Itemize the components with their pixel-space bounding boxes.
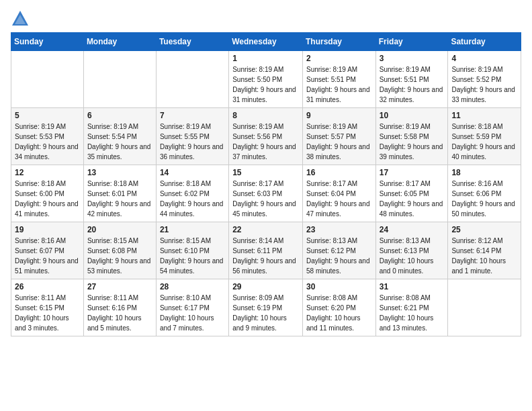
calendar-cell: 30 Sunrise: 8:08 AM Sunset: 6:20 PM Dayl… (302, 279, 375, 336)
sunrise-label: Sunrise: 8:15 AM (87, 237, 138, 244)
sunrise-label: Sunrise: 8:10 AM (160, 294, 211, 302)
sunrise-label: Sunrise: 8:19 AM (15, 123, 66, 130)
sunrise-label: Sunrise: 8:19 AM (451, 66, 502, 73)
day-number: 8 (232, 111, 299, 120)
sunset-label: Sunset: 5:58 PM (380, 133, 429, 140)
sunset-label: Sunset: 6:07 PM (15, 247, 64, 255)
calendar-cell: 6 Sunrise: 8:19 AM Sunset: 5:54 PM Dayli… (83, 108, 156, 165)
day-info: Sunrise: 8:11 AM Sunset: 6:15 PM Dayligh… (15, 293, 80, 333)
sunrise-label: Sunrise: 8:19 AM (306, 66, 357, 73)
calendar-cell: 26 Sunrise: 8:11 AM Sunset: 6:15 PM Dayl… (11, 279, 84, 336)
day-number: 22 (232, 225, 299, 234)
day-number: 5 (15, 111, 80, 120)
daylight-label: Daylight: 9 hours and 42 minutes. (87, 200, 151, 218)
daylight-label: Daylight: 9 hours and 35 minutes. (87, 143, 151, 161)
sunrise-label: Sunrise: 8:17 AM (380, 180, 431, 187)
weekday-header-sunday: Sunday (11, 33, 84, 51)
day-info: Sunrise: 8:19 AM Sunset: 5:58 PM Dayligh… (380, 122, 445, 162)
sunset-label: Sunset: 5:54 PM (87, 133, 137, 140)
day-info: Sunrise: 8:19 AM Sunset: 5:50 PM Dayligh… (232, 64, 299, 105)
sunrise-label: Sunrise: 8:08 AM (380, 294, 431, 302)
sunset-label: Sunset: 5:55 PM (160, 133, 210, 140)
daylight-label: Daylight: 9 hours and 37 minutes. (232, 143, 296, 161)
day-info: Sunrise: 8:19 AM Sunset: 5:53 PM Dayligh… (15, 122, 80, 162)
calendar-cell: 10 Sunrise: 8:19 AM Sunset: 5:58 PM Dayl… (375, 108, 448, 165)
sunset-label: Sunset: 6:11 PM (232, 247, 282, 255)
day-info: Sunrise: 8:18 AM Sunset: 6:00 PM Dayligh… (15, 179, 80, 219)
day-number: 29 (232, 282, 299, 291)
sunset-label: Sunset: 5:52 PM (451, 76, 501, 83)
calendar-cell: 1 Sunrise: 8:19 AM Sunset: 5:50 PM Dayli… (229, 51, 303, 108)
daylight-label: Daylight: 9 hours and 56 minutes. (232, 257, 296, 275)
calendar-cell: 12 Sunrise: 8:18 AM Sunset: 6:00 PM Dayl… (11, 165, 84, 222)
weekday-header-wednesday: Wednesday (229, 33, 303, 51)
calendar-week-row: 12 Sunrise: 8:18 AM Sunset: 6:00 PM Dayl… (11, 165, 521, 222)
sunset-label: Sunset: 6:14 PM (451, 247, 501, 255)
day-number: 12 (15, 168, 80, 177)
calendar-cell: 13 Sunrise: 8:18 AM Sunset: 6:01 PM Dayl… (83, 165, 156, 222)
daylight-label: Daylight: 9 hours and 40 minutes. (451, 143, 515, 161)
calendar-cell: 23 Sunrise: 8:13 AM Sunset: 6:12 PM Dayl… (302, 222, 375, 279)
day-info: Sunrise: 8:19 AM Sunset: 5:54 PM Dayligh… (87, 122, 152, 162)
day-number: 14 (160, 168, 225, 177)
day-number: 21 (160, 225, 225, 234)
calendar-week-row: 1 Sunrise: 8:19 AM Sunset: 5:50 PM Dayli… (11, 51, 521, 108)
day-info: Sunrise: 8:19 AM Sunset: 5:56 PM Dayligh… (232, 122, 299, 162)
calendar-cell: 24 Sunrise: 8:13 AM Sunset: 6:13 PM Dayl… (375, 222, 448, 279)
day-info: Sunrise: 8:13 AM Sunset: 6:13 PM Dayligh… (380, 236, 445, 276)
sunset-label: Sunset: 6:17 PM (160, 304, 210, 312)
sunset-label: Sunset: 5:51 PM (306, 76, 356, 83)
day-number: 30 (306, 282, 372, 291)
sunset-label: Sunset: 6:10 PM (160, 247, 210, 255)
day-info: Sunrise: 8:19 AM Sunset: 5:57 PM Dayligh… (306, 122, 372, 162)
daylight-label: Daylight: 10 hours and 7 minutes. (160, 314, 214, 332)
sunrise-label: Sunrise: 8:19 AM (87, 123, 138, 130)
day-info: Sunrise: 8:15 AM Sunset: 6:10 PM Dayligh… (160, 236, 225, 276)
sunset-label: Sunset: 5:53 PM (15, 133, 64, 140)
day-info: Sunrise: 8:16 AM Sunset: 6:07 PM Dayligh… (15, 236, 80, 276)
daylight-label: Daylight: 9 hours and 53 minutes. (87, 257, 151, 275)
calendar-cell: 19 Sunrise: 8:16 AM Sunset: 6:07 PM Dayl… (11, 222, 84, 279)
day-number: 18 (451, 168, 517, 177)
calendar-cell: 27 Sunrise: 8:11 AM Sunset: 6:16 PM Dayl… (83, 279, 156, 336)
calendar-cell (83, 51, 156, 108)
sunrise-label: Sunrise: 8:18 AM (451, 123, 502, 130)
sunrise-label: Sunrise: 8:11 AM (15, 294, 66, 302)
header (11, 7, 521, 28)
calendar-week-row: 19 Sunrise: 8:16 AM Sunset: 6:07 PM Dayl… (11, 222, 521, 279)
logo (11, 9, 32, 28)
day-number: 4 (451, 54, 517, 63)
sunset-label: Sunset: 5:57 PM (306, 133, 356, 140)
day-number: 24 (380, 225, 445, 234)
daylight-label: Daylight: 9 hours and 47 minutes. (306, 200, 370, 218)
sunrise-label: Sunrise: 8:17 AM (232, 180, 283, 187)
calendar-cell (448, 279, 521, 336)
day-info: Sunrise: 8:14 AM Sunset: 6:11 PM Dayligh… (232, 236, 299, 276)
sunset-label: Sunset: 6:05 PM (380, 190, 429, 197)
daylight-label: Daylight: 9 hours and 45 minutes. (232, 200, 296, 218)
day-number: 27 (87, 282, 152, 291)
calendar-cell: 7 Sunrise: 8:19 AM Sunset: 5:55 PM Dayli… (156, 108, 228, 165)
calendar-cell: 3 Sunrise: 8:19 AM Sunset: 5:51 PM Dayli… (375, 51, 448, 108)
sunset-label: Sunset: 6:06 PM (451, 190, 501, 197)
day-number: 31 (380, 282, 445, 291)
daylight-label: Daylight: 10 hours and 13 minutes. (380, 314, 434, 332)
calendar-cell: 28 Sunrise: 8:10 AM Sunset: 6:17 PM Dayl… (156, 279, 228, 336)
sunset-label: Sunset: 6:19 PM (232, 304, 282, 312)
sunset-label: Sunset: 5:51 PM (380, 76, 429, 83)
calendar-cell: 15 Sunrise: 8:17 AM Sunset: 6:03 PM Dayl… (229, 165, 303, 222)
day-info: Sunrise: 8:17 AM Sunset: 6:05 PM Dayligh… (380, 179, 445, 219)
day-number: 16 (306, 168, 372, 177)
sunrise-label: Sunrise: 8:19 AM (160, 123, 211, 130)
sunset-label: Sunset: 5:50 PM (232, 76, 282, 83)
day-info: Sunrise: 8:15 AM Sunset: 6:08 PM Dayligh… (87, 236, 152, 276)
day-number: 1 (232, 54, 299, 63)
calendar-cell: 2 Sunrise: 8:19 AM Sunset: 5:51 PM Dayli… (302, 51, 375, 108)
sunset-label: Sunset: 6:20 PM (306, 304, 356, 312)
sunset-label: Sunset: 6:12 PM (306, 247, 356, 255)
daylight-label: Daylight: 10 hours and 9 minutes. (232, 314, 287, 332)
daylight-label: Daylight: 10 hours and 1 minute. (451, 257, 506, 275)
calendar-cell: 14 Sunrise: 8:18 AM Sunset: 6:02 PM Dayl… (156, 165, 228, 222)
calendar-cell: 16 Sunrise: 8:17 AM Sunset: 6:04 PM Dayl… (302, 165, 375, 222)
calendar-week-row: 5 Sunrise: 8:19 AM Sunset: 5:53 PM Dayli… (11, 108, 521, 165)
